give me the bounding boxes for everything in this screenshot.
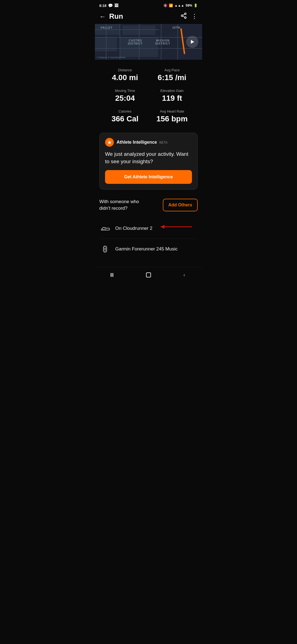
map-credit: © Mapbox © OpenStreetMap bbox=[97, 56, 125, 59]
shoe-icon bbox=[99, 223, 111, 234]
svg-marker-8 bbox=[160, 225, 164, 229]
stat-moving-time-value: 25:04 bbox=[105, 94, 145, 103]
svg-rect-20 bbox=[112, 273, 112, 277]
with-someone-text: With someone who didn't record? bbox=[99, 198, 149, 212]
athlete-intelligence-icon bbox=[105, 138, 114, 147]
stat-distance: Distance 4.00 mi bbox=[101, 65, 148, 86]
svg-rect-9 bbox=[103, 246, 107, 252]
stat-avg-heart-rate: Avg Heart Rate 156 bpm bbox=[148, 107, 196, 127]
back-button[interactable]: ← bbox=[99, 13, 106, 20]
top-nav: ← Run ⋮ bbox=[95, 10, 202, 24]
map-label-street: 16TH bbox=[172, 26, 180, 29]
stats-grid: Distance 4.00 mi Avg Pace 6:15 /mi Movin… bbox=[95, 60, 202, 129]
map-play-button[interactable] bbox=[186, 36, 198, 48]
mute-icon: 🔇 bbox=[163, 4, 167, 7]
svg-marker-5 bbox=[191, 40, 194, 44]
svg-line-3 bbox=[183, 16, 185, 17]
stat-avg-heart-rate-label: Avg Heart Rate bbox=[152, 109, 192, 113]
ai-title: Athlete Intelligence bbox=[117, 140, 157, 144]
stat-calories-value: 366 Cal bbox=[105, 114, 145, 123]
stat-avg-pace-value: 6:15 /mi bbox=[152, 73, 192, 82]
svg-rect-21 bbox=[113, 273, 113, 277]
bottom-nav: ‹ bbox=[95, 267, 202, 284]
battery-percent: 59% bbox=[186, 4, 192, 7]
add-others-button[interactable]: Add Others bbox=[163, 199, 198, 211]
messenger-icon: 💬 bbox=[108, 3, 113, 8]
athlete-intelligence-card: Athlete Intelligence BETA We just analyz… bbox=[99, 133, 198, 190]
photos-icon: 🖼 bbox=[114, 3, 118, 8]
stat-moving-time-label: Moving Time bbox=[105, 89, 145, 93]
svg-line-4 bbox=[183, 14, 185, 15]
nav-right: ⋮ bbox=[180, 12, 198, 21]
stat-elevation-gain-value: 119 ft bbox=[152, 94, 192, 103]
page-title: Run bbox=[109, 12, 123, 21]
stat-avg-heart-rate-value: 156 bpm bbox=[152, 114, 192, 123]
stat-distance-label: Distance bbox=[105, 68, 145, 72]
stat-calories: Calories 366 Cal bbox=[101, 107, 148, 127]
home-button[interactable] bbox=[142, 270, 155, 280]
battery-icon: 🔋 bbox=[194, 4, 198, 7]
map-background: VALLEY CASTRODISTRICT MISSIONDISTRICT 16… bbox=[95, 24, 202, 60]
stat-avg-pace-label: Avg Pace bbox=[152, 68, 192, 72]
arrow-annotation bbox=[160, 223, 193, 231]
stat-calories-label: Calories bbox=[105, 109, 145, 113]
map-label-mission: MISSIONDISTRICT bbox=[155, 39, 170, 45]
shoe-name: On Cloudrunner 2 bbox=[115, 226, 152, 231]
back-nav-button[interactable]: ‹ bbox=[177, 270, 191, 280]
stat-elevation-gain: Elevation Gain 119 ft bbox=[148, 86, 196, 107]
stat-avg-pace: Avg Pace 6:15 /mi bbox=[148, 65, 196, 86]
more-options-button[interactable]: ⋮ bbox=[191, 13, 198, 20]
svg-rect-19 bbox=[111, 273, 111, 277]
status-right: 🔇 📶 ▲▲▲ 59% 🔋 bbox=[163, 4, 198, 7]
map-container: VALLEY CASTRODISTRICT MISSIONDISTRICT 16… bbox=[95, 24, 202, 60]
ai-card-header: Athlete Intelligence BETA bbox=[105, 138, 192, 147]
wifi-icon: 📶 bbox=[169, 4, 173, 7]
recents-button[interactable] bbox=[106, 270, 120, 280]
svg-marker-6 bbox=[108, 140, 111, 144]
map-label-castro: CASTRODISTRICT bbox=[128, 39, 143, 45]
share-button[interactable] bbox=[180, 12, 187, 21]
status-time: 8:18 bbox=[99, 4, 106, 8]
stat-elevation-gain-label: Elevation Gain bbox=[152, 89, 192, 93]
shoe-gear-row-wrapper: On Cloudrunner 2 bbox=[99, 218, 198, 239]
stat-moving-time: Moving Time 25:04 bbox=[101, 86, 148, 107]
signal-icon: ▲▲▲ bbox=[174, 4, 184, 7]
svg-rect-22 bbox=[146, 273, 151, 277]
nav-left: ← Run bbox=[99, 12, 123, 21]
gear-item-watch: Garmin Forerunner 245 Music bbox=[99, 239, 198, 259]
stat-distance-value: 4.00 mi bbox=[105, 73, 145, 82]
gear-section: On Cloudrunner 2 Garmin bbox=[95, 216, 202, 261]
watch-icon bbox=[99, 243, 111, 255]
ai-beta-label: BETA bbox=[159, 141, 167, 144]
with-someone-section: With someone who didn't record? Add Othe… bbox=[95, 193, 202, 216]
ai-body-text: We just analyzed your activity. Want to … bbox=[105, 151, 192, 165]
get-athlete-intelligence-button[interactable]: Get Athlete Intelligence bbox=[105, 170, 192, 184]
status-bar: 8:18 💬 🖼 🔇 📶 ▲▲▲ 59% 🔋 bbox=[95, 0, 202, 10]
map-label-valley: VALLEY bbox=[100, 26, 113, 29]
status-left: 8:18 💬 🖼 bbox=[99, 3, 118, 8]
watch-name: Garmin Forerunner 245 Music bbox=[115, 246, 178, 252]
